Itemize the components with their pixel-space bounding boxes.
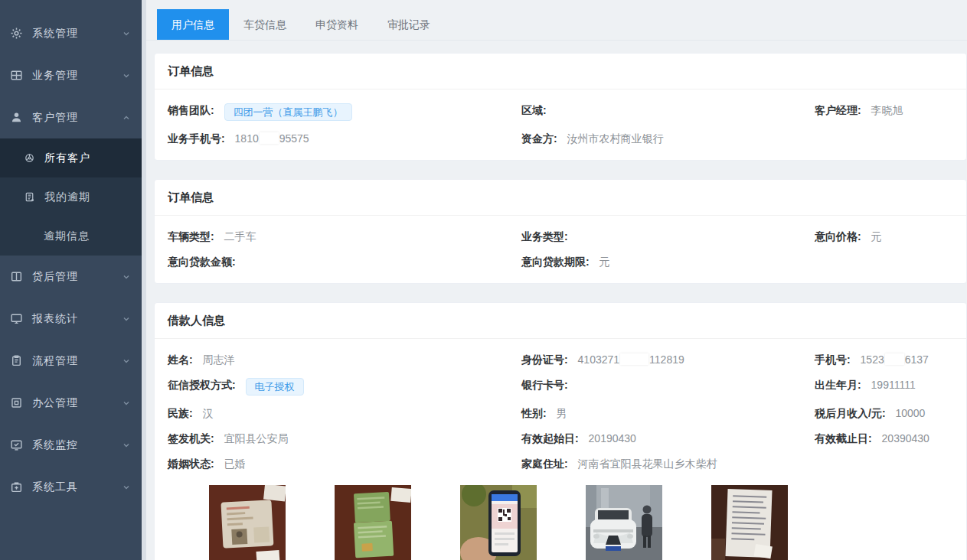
monitor-check-icon xyxy=(10,438,23,451)
notebook-icon xyxy=(24,191,35,203)
field-vehicle-type: 车辆类型: 二手车 xyxy=(168,230,521,244)
field-label: 意向价格: xyxy=(815,230,861,243)
field-value: 二手车 xyxy=(224,230,256,243)
sidebar-item-label: 业务管理 xyxy=(32,69,122,83)
open-book-icon xyxy=(10,270,23,283)
field-label: 签发机关: xyxy=(168,432,214,444)
sales-team-tag: 四团一营（直属王鹏飞） xyxy=(224,103,352,121)
field-label: 有效起始日: xyxy=(521,432,579,444)
sidebar-item-label: 系统工具 xyxy=(32,480,122,494)
person-car-photo-thumbnail[interactable]: 人车合影 xyxy=(586,485,662,560)
field-bank-card: 银行卡号: xyxy=(521,378,815,396)
field-value: 汉 xyxy=(203,407,214,419)
sidebar-item-label: 所有客户 xyxy=(44,151,131,165)
field-label: 业务类型: xyxy=(521,230,568,243)
field-intent-loan-term: 意向贷款期限: 元 xyxy=(521,255,815,269)
field-value: 已婚 xyxy=(224,457,246,470)
field-label: 意向贷款期限: xyxy=(521,256,590,268)
field-label: 婚姻状态: xyxy=(168,457,214,470)
person-car-photo xyxy=(586,485,662,560)
clipboard-icon xyxy=(10,354,23,367)
sidebar-item-business-mgmt[interactable]: 业务管理 xyxy=(0,54,142,96)
field-label: 资金方: xyxy=(521,132,557,145)
borrower-info-card: 借款人信息 姓名: 周志洋 身份证号: 4103271112819 手机号: 1… xyxy=(154,302,967,560)
field-value: 15236137 xyxy=(861,353,929,366)
field-gender: 性别: 男 xyxy=(521,406,815,421)
field-value: 宜阳县公安局 xyxy=(224,432,289,444)
phone-qr-photo xyxy=(460,485,537,560)
sidebar-item-overdue-info[interactable]: 逾期信息 xyxy=(0,217,142,256)
sidebar-item-system-monitor[interactable]: 系统监控 xyxy=(0,424,142,466)
field-label: 性别: xyxy=(521,407,547,419)
field-mobile: 手机号: 15236137 xyxy=(815,353,953,367)
sidebar-item-all-customers[interactable]: 所有客户 xyxy=(0,138,142,177)
field-ethnic: 民族: 汉 xyxy=(168,406,521,421)
tab-loan-application-docs[interactable]: 申贷资料 xyxy=(301,9,373,40)
sidebar-item-label: 系统管理 xyxy=(32,27,122,41)
tab-user-info[interactable]: 用户信息 xyxy=(157,9,229,40)
tab-car-loan-info[interactable]: 车贷信息 xyxy=(229,9,301,40)
tab-approval-records[interactable]: 审批记录 xyxy=(373,9,445,40)
chevron-down-icon xyxy=(122,29,131,38)
field-birth: 出生年月: 19911111 xyxy=(815,378,953,396)
sidebar-item-process-mgmt[interactable]: 流程管理 xyxy=(0,340,142,382)
green-booklet-photo-thumbnail[interactable]: 驾驶证照片 xyxy=(335,485,411,560)
tab-bar: 用户信息 车贷信息 申贷资料 审批记录 xyxy=(146,0,967,41)
chevron-down-icon xyxy=(122,71,131,80)
field-label: 征信授权方式: xyxy=(168,379,236,391)
field-label: 身份证号: xyxy=(521,353,568,366)
field-intent-loan-amount: 意向贷款金额: xyxy=(168,255,521,269)
redaction-mask xyxy=(260,132,279,144)
field-sales-team: 销售团队: 四团一营（直属王鹏飞） xyxy=(168,103,521,121)
field-income: 税后月收入/元: 10000 xyxy=(815,406,953,421)
sidebar-item-postloan-mgmt[interactable]: 贷后管理 xyxy=(0,256,142,298)
field-biz-type: 业务类型: xyxy=(521,230,815,244)
wheel-icon xyxy=(24,152,35,164)
field-account-manager: 客户经理: 李晓旭 xyxy=(815,103,953,121)
field-label: 有效截止日: xyxy=(815,432,872,444)
card-title: 订单信息 xyxy=(155,180,966,216)
sidebar-item-label: 流程管理 xyxy=(32,354,122,368)
field-label: 车辆类型: xyxy=(168,230,214,243)
chevron-up-icon xyxy=(122,113,131,122)
sidebar-item-office-mgmt[interactable]: 办公管理 xyxy=(0,382,142,424)
phone-qr-photo-thumbnail[interactable]: 征信授权 xyxy=(460,485,537,560)
card-title: 订单信息 xyxy=(155,54,966,90)
sidebar-item-label: 系统监控 xyxy=(32,438,122,452)
main-content: 用户信息 车贷信息 申贷资料 审批记录 订单信息 销售团队: 四团一营（直属王鹏… xyxy=(142,0,967,560)
field-biz-phone: 业务手机号: 181095575 xyxy=(168,132,521,146)
photo-row: 身份证 xyxy=(168,485,953,560)
field-label: 意向贷款金额: xyxy=(168,256,236,268)
field-valid-from: 有效起始日: 20190430 xyxy=(521,431,815,446)
id-card-photo-thumbnail[interactable]: 身份证 xyxy=(209,485,286,560)
document-photo-thumbnail[interactable]: 其他材料 xyxy=(711,485,788,560)
vehicle-info-card: 订单信息 车辆类型: 二手车 业务类型: 意向价格: 元 xyxy=(154,179,967,284)
field-value: 20390430 xyxy=(882,432,929,444)
sidebar-item-label: 报表统计 xyxy=(32,312,122,326)
chevron-down-icon xyxy=(122,314,131,324)
sidebar-item-label: 贷后管理 xyxy=(32,270,122,284)
redaction-mask xyxy=(885,353,904,365)
sidebar-item-customer-mgmt[interactable]: 客户管理 xyxy=(0,96,142,138)
field-value: 汝州市农村商业银行 xyxy=(567,132,664,145)
order-info-card: 订单信息 销售团队: 四团一营（直属王鹏飞） 区域: 客户经理: 李晓旭 xyxy=(154,53,967,161)
sidebar-item-label: 逾期信息 xyxy=(44,230,131,243)
sidebar-item-system-mgmt[interactable]: 系统管理 xyxy=(0,12,142,54)
field-marital: 婚姻状态: 已婚 xyxy=(168,457,521,471)
field-intent-price: 意向价格: 元 xyxy=(815,230,953,244)
field-value: 19911111 xyxy=(871,379,916,391)
toolbox-icon xyxy=(10,480,23,493)
field-value: 10000 xyxy=(895,407,925,419)
field-value: 李晓旭 xyxy=(871,104,903,116)
field-address: 家庭住址: 河南省宜阳县花果山乡木柴村 xyxy=(521,457,815,471)
field-value: 周志洋 xyxy=(203,353,235,366)
field-value: 20190430 xyxy=(589,432,636,444)
sidebar-item-label: 办公管理 xyxy=(32,396,122,410)
field-label: 家庭住址: xyxy=(521,457,568,470)
field-name: 姓名: 周志洋 xyxy=(168,353,521,367)
sidebar: 系统管理 业务管理 客户管理 所有客户 我的逾期 逾期信息 xyxy=(0,0,142,560)
sidebar-item-system-tools[interactable]: 系统工具 xyxy=(0,466,142,508)
sidebar-item-my-overdue[interactable]: 我的逾期 xyxy=(0,177,142,217)
sidebar-item-report-stats[interactable]: 报表统计 xyxy=(0,298,142,340)
document-photo xyxy=(711,485,788,560)
